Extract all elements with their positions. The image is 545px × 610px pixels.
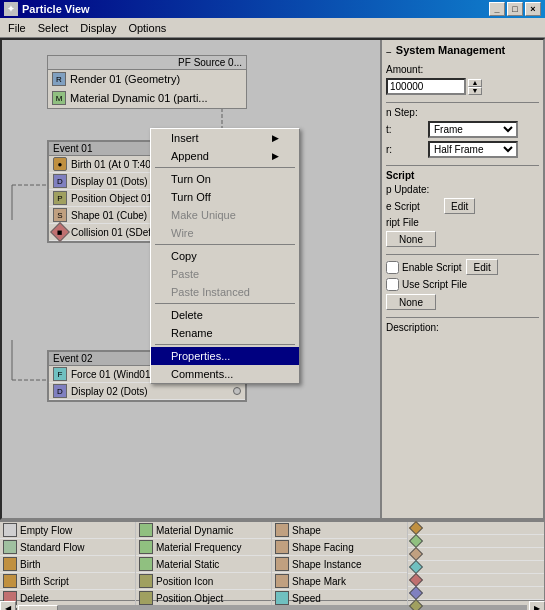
display02-icon: D — [53, 384, 67, 398]
display02-connector — [233, 387, 241, 395]
toolbar-position-icon[interactable]: Position Icon — [136, 573, 271, 590]
close-button[interactable]: × — [525, 2, 541, 16]
frame-row: t: Frame Half Frame Tick — [386, 121, 539, 138]
description-label: Description: — [386, 322, 539, 333]
none-button-1[interactable]: None — [386, 231, 436, 247]
toolbar-birth-script[interactable]: Birth Script — [0, 573, 135, 590]
render-icon: R — [52, 72, 66, 86]
use-script-file-row: Use Script File — [386, 278, 539, 291]
standard-flow-icon — [3, 540, 17, 554]
menu-options[interactable]: Options — [122, 20, 172, 36]
toolbar-standard-flow[interactable]: Standard Flow — [0, 539, 135, 556]
toolbar-shape[interactable]: Shape — [272, 522, 407, 539]
toolbar-col4-1[interactable] — [408, 522, 544, 535]
position-icon: P — [53, 191, 67, 205]
position-icon-tb — [139, 574, 153, 588]
display-icon: D — [53, 174, 67, 188]
toolbar-shape-mark[interactable]: Shape Mark — [272, 573, 407, 590]
material-frequency-icon — [139, 540, 153, 554]
scroll-thumb[interactable] — [18, 605, 58, 611]
ctx-rename-label: Rename — [171, 327, 213, 339]
ctx-rename[interactable]: Rename — [151, 324, 299, 342]
maximize-button[interactable]: □ — [507, 2, 523, 16]
ctx-append[interactable]: Append ▶ — [151, 147, 299, 165]
toolbar-birth[interactable]: Birth — [0, 556, 135, 573]
amount-row: Amount: — [386, 64, 539, 75]
minimize-button[interactable]: _ — [489, 2, 505, 16]
render-label: Render 01 (Geometry) — [70, 73, 180, 85]
script-file-label: ript File — [386, 217, 441, 228]
pf-source-render-row[interactable]: R Render 01 (Geometry) — [48, 70, 246, 89]
menu-bar: File Select Display Options — [0, 18, 545, 38]
ctx-turn-on[interactable]: Turn On — [151, 170, 299, 188]
toolbar-col4-4[interactable] — [408, 561, 544, 574]
ctx-copy[interactable]: Copy — [151, 247, 299, 265]
amount-spin-down[interactable]: ▼ — [468, 87, 482, 95]
pf-source-material-row[interactable]: M Material Dynamic 01 (parti... — [48, 89, 246, 108]
toolbar-col4-2[interactable] — [408, 535, 544, 548]
toolbar-col4-3[interactable] — [408, 548, 544, 561]
ctx-turn-off-label: Turn Off — [171, 191, 211, 203]
context-menu: Insert ▶ Append ▶ Turn On Turn Off Make … — [150, 128, 300, 384]
speed-icon — [275, 591, 289, 605]
frame-select[interactable]: Frame Half Frame Tick — [428, 121, 518, 138]
panel-collapse-icon[interactable]: − — [386, 47, 392, 58]
ctx-turn-off[interactable]: Turn Off — [151, 188, 299, 206]
display02-label: Display 02 (Dots) — [71, 386, 148, 397]
menu-file[interactable]: File — [2, 20, 32, 36]
ctx-insert-arrow: ▶ — [272, 133, 279, 143]
amount-label: Amount: — [386, 64, 426, 75]
collision-icon: ◆ — [50, 222, 70, 242]
half-frame-row: r: Half Frame Frame Tick — [386, 141, 539, 158]
toolbar-shape-facing[interactable]: Shape Facing — [272, 539, 407, 556]
enable-script-row: Enable Script Edit — [386, 259, 539, 275]
menu-display[interactable]: Display — [74, 20, 122, 36]
pf-source-box: PF Source 0... R Render 01 (Geometry) M … — [47, 55, 247, 109]
window-title: Particle View — [22, 3, 90, 15]
scroll-left-button[interactable]: ◀ — [0, 601, 16, 611]
event01-label: Event 01 — [53, 143, 92, 154]
toolbar-col4-5[interactable] — [408, 574, 544, 587]
amount-spin-up[interactable]: ▲ — [468, 79, 482, 87]
toolbar-empty-flow[interactable]: Empty Flow — [0, 522, 135, 539]
amount-input-row: ▲ ▼ — [386, 78, 539, 95]
ctx-paste-instanced-label: Paste Instanced — [171, 286, 250, 298]
none-button-2[interactable]: None — [386, 294, 436, 310]
canvas-area[interactable]: PF Source 0... R Render 01 (Geometry) M … — [2, 40, 380, 518]
scroll-track[interactable] — [18, 605, 527, 611]
material-dynamic-icon — [139, 523, 153, 537]
enable-script-edit-button[interactable]: Edit — [466, 259, 497, 275]
toolbar-material-frequency[interactable]: Material Frequency — [136, 539, 271, 556]
toolbar-col4-6[interactable] — [408, 587, 544, 600]
ctx-properties[interactable]: Properties... — [151, 347, 299, 365]
shape-label: Shape 01 (Cube) — [71, 210, 147, 221]
scroll-right-button[interactable]: ▶ — [529, 601, 545, 611]
ctx-paste-instanced: Paste Instanced — [151, 283, 299, 301]
event02-label: Event 02 — [53, 353, 92, 364]
birth-script-icon — [3, 574, 17, 588]
integration-step-label: n Step: — [386, 107, 426, 118]
ctx-delete[interactable]: Delete — [151, 306, 299, 324]
description-area — [386, 335, 539, 339]
pf-source-title: PF Source 0... — [48, 56, 246, 70]
menu-select[interactable]: Select — [32, 20, 75, 36]
e-script-edit-button[interactable]: Edit — [444, 198, 475, 214]
none-row-1: None — [386, 231, 539, 247]
right-panel: − System Management Amount: ▲ ▼ n Step: … — [380, 40, 543, 518]
toolbar-material-static[interactable]: Material Static — [136, 556, 271, 573]
title-bar: ✦ Particle View _ □ × — [0, 0, 545, 18]
ctx-delete-label: Delete — [171, 309, 203, 321]
shape-instance-icon — [275, 557, 289, 571]
enable-script-checkbox[interactable] — [386, 261, 399, 274]
ctx-insert[interactable]: Insert ▶ — [151, 129, 299, 147]
force-icon: F — [53, 367, 67, 381]
use-script-file-checkbox[interactable] — [386, 278, 399, 291]
toolbar-material-dynamic[interactable]: Material Dynamic — [136, 522, 271, 539]
p-update-row: p Update: — [386, 184, 539, 195]
toolbar-shape-instance[interactable]: Shape Instance — [272, 556, 407, 573]
half-frame-select[interactable]: Half Frame Frame Tick — [428, 141, 518, 158]
event02-display[interactable]: D Display 02 (Dots) — [49, 383, 245, 400]
amount-input[interactable] — [386, 78, 466, 95]
ctx-paste-label: Paste — [171, 268, 199, 280]
ctx-comments[interactable]: Comments... — [151, 365, 299, 383]
